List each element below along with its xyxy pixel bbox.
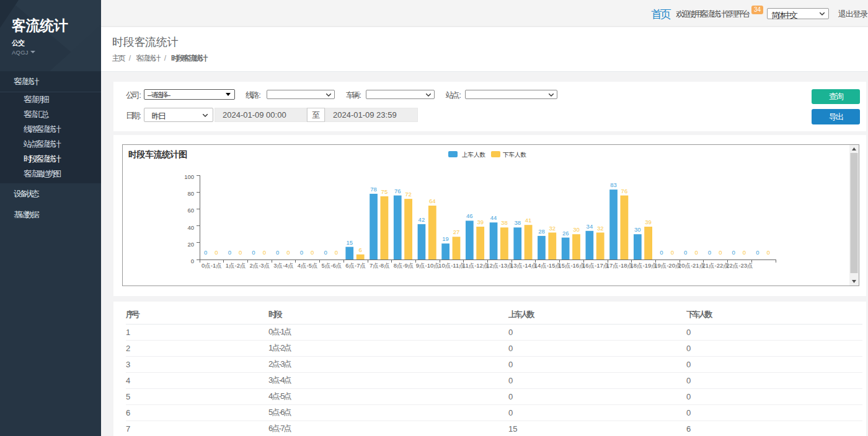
svg-text:28: 28 — [538, 228, 545, 235]
svg-text:0: 0 — [300, 249, 303, 256]
svg-text:42: 42 — [418, 216, 425, 223]
svg-text:2点-3点: 2点-3点 — [249, 262, 270, 269]
svg-text:19点-20点: 19点-20点 — [654, 262, 681, 269]
svg-text:0: 0 — [708, 249, 711, 256]
svg-text:15: 15 — [347, 239, 353, 246]
svg-text:4点-5点: 4点-5点 — [298, 262, 318, 269]
svg-text:80: 80 — [187, 190, 194, 197]
svg-text:9点-10点: 9点-10点 — [416, 262, 440, 269]
svg-text:18点-19点: 18点-19点 — [630, 262, 657, 269]
svg-text:10点-11点: 10点-11点 — [438, 262, 465, 269]
svg-text:16点-17点: 16点-17点 — [582, 262, 609, 269]
svg-text:7点-8点: 7点-8点 — [370, 262, 390, 269]
svg-text:39: 39 — [477, 219, 484, 225]
svg-text:39: 39 — [645, 219, 652, 225]
svg-text:44: 44 — [490, 214, 497, 221]
svg-text:3点-4点: 3点-4点 — [273, 262, 294, 269]
svg-text:0: 0 — [286, 249, 290, 256]
svg-text:0: 0 — [719, 249, 722, 256]
svg-text:0: 0 — [263, 249, 266, 256]
svg-text:11点-12点: 11点-12点 — [463, 262, 489, 269]
svg-text:40: 40 — [187, 224, 194, 231]
svg-text:32: 32 — [549, 225, 556, 232]
svg-text:46: 46 — [466, 212, 473, 219]
svg-text:0: 0 — [311, 249, 314, 256]
svg-text:20点-21点: 20点-21点 — [678, 262, 705, 269]
svg-text:6: 6 — [358, 246, 361, 253]
svg-text:0: 0 — [756, 249, 759, 256]
svg-text:15点-16点: 15点-16点 — [558, 262, 585, 269]
svg-text:41: 41 — [525, 217, 532, 224]
svg-text:5点-6点: 5点-6点 — [322, 262, 342, 269]
svg-text:32: 32 — [597, 225, 604, 232]
svg-text:72: 72 — [405, 191, 412, 198]
svg-text:0: 0 — [694, 249, 698, 256]
svg-text:0: 0 — [767, 249, 770, 256]
svg-text:30: 30 — [573, 226, 580, 233]
svg-text:0: 0 — [204, 249, 207, 256]
svg-text:0: 0 — [660, 249, 663, 256]
svg-text:0: 0 — [252, 249, 255, 256]
svg-text:0: 0 — [743, 249, 746, 256]
svg-text:20: 20 — [187, 241, 194, 248]
svg-text:38: 38 — [501, 219, 508, 226]
svg-text:1点-2点: 1点-2点 — [226, 262, 246, 269]
svg-text:0: 0 — [215, 249, 218, 256]
svg-text:38: 38 — [515, 219, 521, 226]
svg-text:0点-1点: 0点-1点 — [202, 262, 222, 269]
svg-text:0: 0 — [191, 258, 194, 264]
svg-text:6点-7点: 6点-7点 — [345, 262, 366, 269]
svg-text:0: 0 — [684, 249, 687, 256]
svg-text:0: 0 — [324, 249, 327, 256]
svg-text:19: 19 — [442, 235, 449, 242]
svg-text:83: 83 — [610, 181, 617, 188]
svg-text:64: 64 — [429, 198, 436, 204]
svg-text:0: 0 — [335, 249, 338, 256]
svg-text:100: 100 — [184, 173, 194, 180]
svg-text:13点-14点: 13点-14点 — [510, 262, 537, 269]
svg-text:22点-23点: 22点-23点 — [726, 262, 753, 269]
svg-text:0: 0 — [239, 249, 242, 256]
svg-text:76: 76 — [621, 188, 628, 194]
svg-text:14点-15点: 14点-15点 — [534, 262, 561, 269]
svg-text:0: 0 — [228, 249, 231, 256]
svg-text:17点-18点: 17点-18点 — [606, 262, 633, 269]
svg-text:8点-9点: 8点-9点 — [394, 262, 414, 269]
svg-text:78: 78 — [370, 186, 377, 193]
svg-text:27: 27 — [453, 229, 460, 235]
svg-text:0: 0 — [276, 249, 279, 256]
svg-text:60: 60 — [187, 207, 194, 214]
svg-text:34: 34 — [587, 223, 593, 230]
svg-text:21点-22点: 21点-22点 — [702, 262, 729, 269]
svg-text:75: 75 — [381, 188, 388, 195]
svg-text:0: 0 — [732, 249, 735, 256]
svg-text:30: 30 — [634, 226, 641, 233]
svg-text:12点-13点: 12点-13点 — [486, 262, 513, 269]
svg-text:0: 0 — [671, 249, 674, 256]
svg-text:76: 76 — [394, 188, 401, 194]
svg-text:26: 26 — [562, 230, 569, 237]
